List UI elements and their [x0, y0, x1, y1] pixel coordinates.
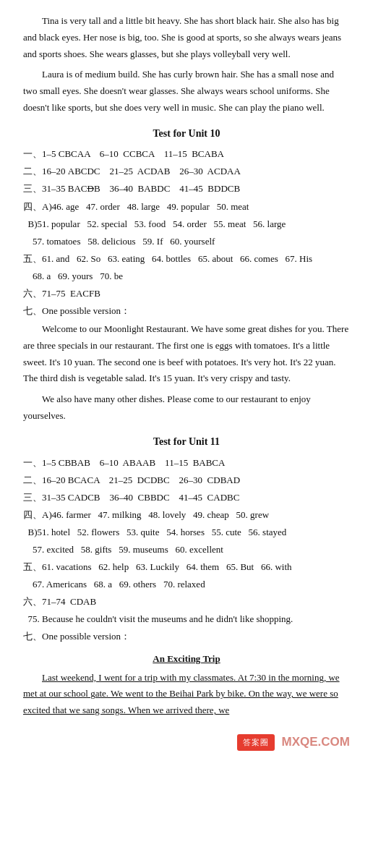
- unit11-answers: 一、1–5 CBBAB 6–10 ABAAB 11–15 BABCA 二、16–…: [23, 455, 350, 645]
- prefix: 二、16–20: [23, 166, 66, 176]
- prefix: 四、A)46. farmer 47. milking 48. lovely 49…: [23, 509, 269, 520]
- answer-line: 一、1–5 CBBAB 6–10 ABAAB 11–15 BABCA: [23, 455, 350, 471]
- content: CBCAA 6–10 CCBCA 11–15 BCABA: [56, 148, 224, 159]
- content: BCACA 21–25 DCDBC 26–30 CDBAD: [66, 475, 241, 485]
- answer-line: 四、A)46. farmer 47. milking 48. lovely 49…: [23, 507, 350, 523]
- content: BACDB 36–40 BABDC 41–45 BDDCB: [66, 183, 241, 194]
- answer-line: 二、16–20 BCACA 21–25 DCDBC 26–30 CDBAD: [23, 472, 350, 488]
- content: 67. Americans 68. a 69. others 70. relax…: [23, 579, 205, 590]
- prefix: 五、61. vacations 62. help 63. Luckily 64.…: [23, 561, 292, 572]
- answer-line: 七、One possible version：: [23, 303, 350, 319]
- answer-line: 57. excited 58. gifts 59. museums 60. ex…: [23, 542, 350, 558]
- answer-line: 五、61. and 62. So 63. eating 64. bottles …: [23, 251, 350, 267]
- content: CADCB 36–40 CBBDC 41–45 CADBC: [66, 492, 240, 503]
- answer-line: 五、61. vacations 62. help 63. Luckily 64.…: [23, 559, 350, 575]
- answer-line: 67. Americans 68. a 69. others 70. relax…: [23, 576, 350, 592]
- watermark-badge: 答案圈: [237, 734, 275, 751]
- unit10-title: Test for Unit 10: [23, 125, 350, 142]
- answer-line: 四、A)46. age 47. order 48. large 49. popu…: [23, 199, 350, 215]
- answer-line: B)51. popular 52. special 53. food 54. o…: [23, 216, 350, 232]
- answer-line: 75. Because he couldn't visit the museum…: [23, 611, 350, 627]
- prefix: 六、71–74 CDAB: [23, 596, 96, 607]
- content: ABCDC 21–25 ACDAB 26–30 ACDAA: [66, 166, 241, 176]
- unit11-essay-1: Last weekend, I went for a trip with my …: [23, 670, 350, 719]
- content: 68. a 69. yours 70. be: [23, 271, 123, 281]
- prefix: 七、One possible version：: [23, 305, 130, 316]
- answer-line: 二、16–20 ABCDC 21–25 ACDAB 26–30 ACDAA: [23, 163, 350, 179]
- unit10-answers: 一、1–5 CBCAA 6–10 CCBCA 11–15 BCABA 二、16–…: [23, 146, 350, 319]
- prefix: 三、31–35: [23, 492, 66, 503]
- prefix: B)51. hotel 52. flowers 53. quite 54. ho…: [23, 527, 286, 537]
- unit11-essay-title: An Exciting Trip: [23, 651, 350, 667]
- answer-line: 七、One possible version：: [23, 629, 350, 644]
- answer-line: 三、31–35 CADCB 36–40 CBBDC 41–45 CADBC: [23, 490, 350, 506]
- prefix: 五、61. and 62. So 63. eating 64. bottles …: [23, 253, 312, 264]
- watermark-url: MXQE.COM: [282, 732, 350, 753]
- prefix: 七、One possible version：: [23, 631, 130, 642]
- prefix: 三、31–35: [23, 183, 66, 194]
- answer-line: 57. tomatoes 58. delicious 59. If 60. yo…: [23, 234, 350, 250]
- prefix: 二、16–20: [23, 475, 66, 485]
- paragraph-tina: Tina is very tall and a little bit heavy…: [23, 13, 350, 62]
- paragraph-laura: Laura is of medium build. She has curly …: [23, 67, 350, 116]
- prefix: 75. Because he couldn't visit the museum…: [23, 613, 293, 624]
- content: 57. tomatoes 58. delicious 59. If 60. yo…: [23, 236, 215, 247]
- answer-line: 一、1–5 CBCAA 6–10 CCBCA 11–15 BCABA: [23, 146, 350, 162]
- prefix: B)51. popular 52. special 53. food 54. o…: [23, 218, 286, 229]
- prefix: 四、A)46. age 47. order 48. large 49. popu…: [23, 201, 249, 212]
- prefix: 一、1–5: [23, 148, 56, 159]
- answer-line: 三、31–35 BACDB 36–40 BABDC 41–45 BDDCB: [23, 181, 350, 197]
- answer-line: B)51. hotel 52. flowers 53. quite 54. ho…: [23, 524, 350, 540]
- answer-line: 六、71–74 CDAB: [23, 594, 350, 610]
- page-content: Tina is very tall and a little bit heavy…: [0, 0, 373, 775]
- prefix: 一、1–5: [23, 457, 56, 468]
- content: CBBAB 6–10 ABAAB 11–15 BABCA: [56, 457, 226, 468]
- unit10-essay-2: We also have many other dishes. Please c…: [23, 391, 350, 425]
- unit11-title: Test for Unit 11: [23, 433, 350, 451]
- content: 57. excited 58. gifts 59. museums 60. ex…: [23, 544, 223, 555]
- unit10-essay-1: Welcome to our Moonlight Restaurant. We …: [23, 321, 350, 387]
- answer-line: 六、71–75 EACFB: [23, 286, 350, 302]
- answer-line: 68. a 69. yours 70. be: [23, 268, 350, 284]
- prefix: 六、71–75 EACFB: [23, 288, 100, 299]
